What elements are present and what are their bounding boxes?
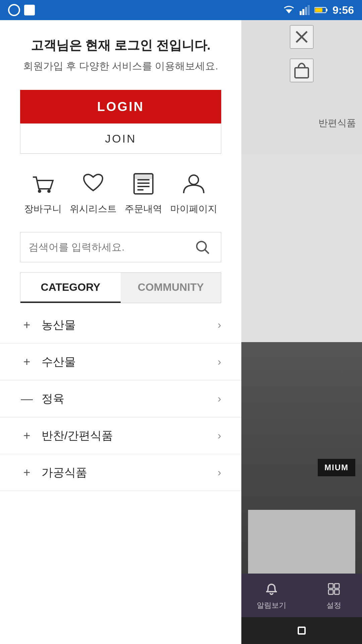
nav-item-settings[interactable]: 설정 xyxy=(325,580,343,610)
cat-name-banchan: 반찬/간편식품 xyxy=(42,428,113,443)
cat-symbol-susan: + xyxy=(20,355,34,369)
time-display: 9:56 xyxy=(333,4,354,16)
svg-rect-1 xyxy=(300,11,302,15)
cat-name-susan: 수산물 xyxy=(42,354,76,370)
category-item-gagong[interactable]: + 가공식품 › xyxy=(0,454,241,491)
cat-arrow-gagong: › xyxy=(218,466,221,479)
bag-button[interactable] xyxy=(290,59,313,82)
heart-icon xyxy=(80,170,107,197)
cat-symbol-jeongyuk: — xyxy=(20,392,34,406)
close-icon xyxy=(293,28,310,46)
wishlist-label: 위시리스트 xyxy=(70,203,117,215)
cat-name-jeongyuk: 정육 xyxy=(42,391,64,407)
bell-icon xyxy=(263,580,280,598)
cat-arrow-nongsan: › xyxy=(218,319,221,331)
premium-badge: MIUM xyxy=(318,459,355,476)
login-button[interactable]: LOGIN xyxy=(20,90,221,123)
svg-rect-33 xyxy=(335,590,339,594)
bg-shop-text: 반편식품 xyxy=(316,114,359,132)
header-title: 고객님은 현재 로그인 전입니다. xyxy=(20,37,221,54)
search-icon xyxy=(194,239,210,255)
close-area xyxy=(241,20,362,54)
cat-symbol-gagong: + xyxy=(20,466,34,480)
wifi-icon xyxy=(283,4,295,16)
svg-rect-36 xyxy=(298,627,305,634)
mypage-label: 마이페이지 xyxy=(170,203,217,215)
search-input[interactable] xyxy=(28,241,186,253)
svg-line-18 xyxy=(205,250,209,254)
cat-name-gagong: 가공식품 xyxy=(42,465,87,480)
orders-icon xyxy=(130,170,157,197)
status-bar-left-icons xyxy=(8,4,35,16)
cat-symbol-nongsan: + xyxy=(20,318,34,332)
svg-rect-30 xyxy=(328,584,333,588)
close-button[interactable] xyxy=(290,25,313,49)
bag-area xyxy=(241,54,362,87)
status-square-icon xyxy=(24,5,35,15)
mypage-icon xyxy=(180,170,207,197)
small-thumbnail xyxy=(248,510,355,577)
category-list: + 농산물 › + 수산물 › — 정육 › xyxy=(0,307,241,644)
status-bar-right: 9:56 xyxy=(283,4,354,16)
bag-icon xyxy=(293,62,310,79)
background-panel: MIUM 반편식품 xyxy=(241,20,362,644)
cat-arrow-jeongyuk: › xyxy=(218,392,221,405)
svg-rect-7 xyxy=(315,8,322,12)
svg-rect-21 xyxy=(295,68,308,78)
quick-icons-row: 장바구니 위시리스트 주문내역 xyxy=(0,157,241,229)
svg-point-16 xyxy=(189,175,198,184)
category-item-banchan[interactable]: + 반찬/간편식품 › xyxy=(0,417,241,454)
svg-rect-2 xyxy=(302,9,304,15)
drawer-panel: 고객님은 현재 로그인 전입니다. 회원가입 후 다양한 서비스를 이용해보세요… xyxy=(0,20,241,644)
wishlist-quick-item[interactable]: 위시리스트 xyxy=(70,170,117,215)
cart-icon xyxy=(29,170,56,197)
cat-arrow-susan: › xyxy=(218,356,221,368)
drawer-header: 고객님은 현재 로그인 전입니다. 회원가입 후 다양한 서비스를 이용해보세요… xyxy=(0,20,241,83)
cart-quick-item[interactable]: 장바구니 xyxy=(24,170,62,215)
svg-rect-15 xyxy=(134,174,153,179)
tab-category[interactable]: CATEGORY xyxy=(20,273,121,303)
orders-label: 주문내역 xyxy=(125,203,162,215)
svg-marker-0 xyxy=(286,9,292,13)
nav-item-notifications[interactable]: 알림보기 xyxy=(257,580,286,610)
mypage-quick-item[interactable]: 마이페이지 xyxy=(170,170,217,215)
svg-point-9 xyxy=(47,190,51,193)
category-community-tabs: CATEGORY COMMUNITY xyxy=(20,272,221,303)
join-button[interactable]: JOIN xyxy=(20,123,221,154)
cat-arrow-banchan: › xyxy=(218,429,221,442)
nav-label-notifications: 알림보기 xyxy=(257,600,286,610)
svg-rect-32 xyxy=(328,590,333,594)
cat-name-nongsan: 농산물 xyxy=(42,317,76,333)
nav-label-settings: 설정 xyxy=(326,600,341,610)
android-recents-button[interactable] xyxy=(295,624,308,637)
search-button[interactable] xyxy=(191,236,213,259)
battery-icon xyxy=(314,6,328,14)
svg-rect-31 xyxy=(335,584,339,588)
category-item-nongsan[interactable]: + 농산물 › xyxy=(0,307,241,343)
cart-label: 장바구니 xyxy=(24,203,62,215)
svg-rect-4 xyxy=(308,5,310,15)
status-circle-icon xyxy=(8,4,20,16)
tab-community[interactable]: COMMUNITY xyxy=(121,273,221,303)
category-item-susan[interactable]: + 수산물 › xyxy=(0,343,241,380)
category-item-jeongyuk[interactable]: — 정육 › xyxy=(0,380,241,417)
cat-symbol-banchan: + xyxy=(20,429,34,443)
main-layout: 고객님은 현재 로그인 전입니다. 회원가입 후 다양한 서비스를 이용해보세요… xyxy=(0,20,362,644)
svg-rect-3 xyxy=(305,7,307,15)
svg-rect-6 xyxy=(326,9,327,11)
settings-icon xyxy=(325,580,343,598)
search-bar[interactable] xyxy=(20,232,221,262)
status-bar: 9:56 xyxy=(0,0,362,20)
header-subtitle: 회원가입 후 다양한 서비스를 이용해보세요. xyxy=(20,59,221,73)
svg-point-8 xyxy=(38,190,41,193)
orders-quick-item[interactable]: 주문내역 xyxy=(125,170,162,215)
svg-point-17 xyxy=(197,241,206,251)
signal-icon xyxy=(300,5,310,15)
